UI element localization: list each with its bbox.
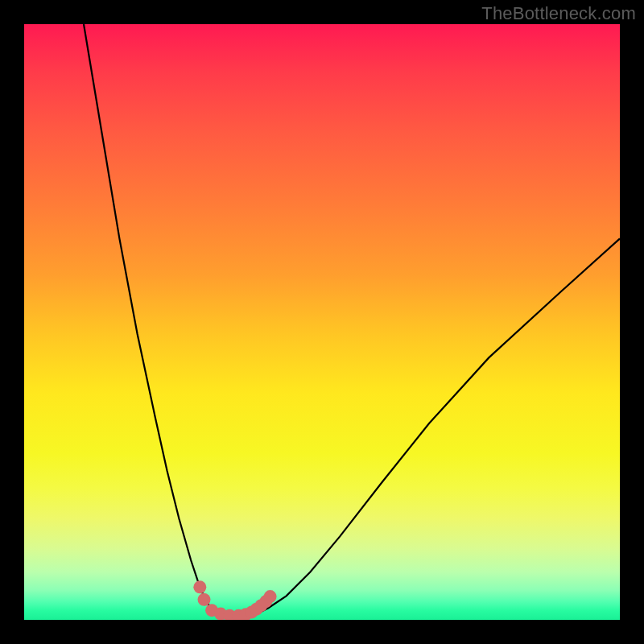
- highlight-dots: [193, 580, 276, 620]
- bottleneck-curve: [84, 24, 620, 617]
- curve-layer: [84, 24, 620, 617]
- plot-area: [24, 24, 620, 620]
- chart-frame: TheBottleneck.com: [0, 0, 644, 644]
- chart-svg: [24, 24, 620, 620]
- highlight-dot: [193, 580, 206, 593]
- highlight-dot: [198, 593, 211, 606]
- watermark-text: TheBottleneck.com: [481, 3, 636, 24]
- highlight-dot: [264, 590, 277, 603]
